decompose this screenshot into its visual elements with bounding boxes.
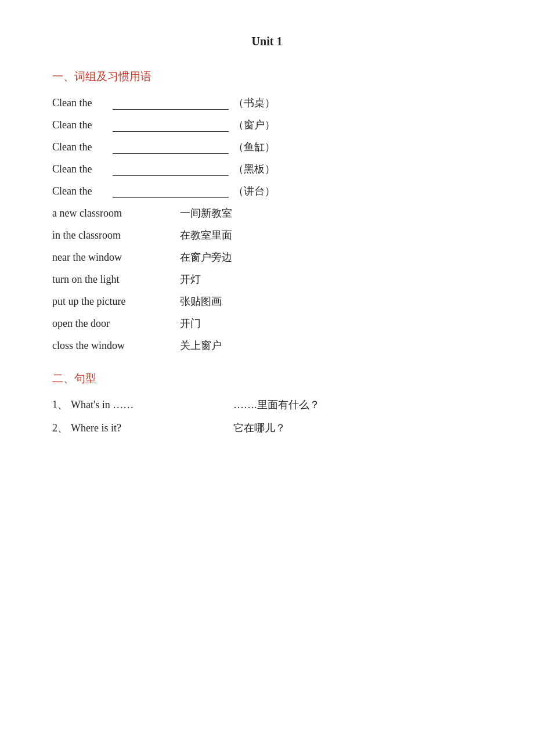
- phrase-item: in the classroom 在教室里面: [52, 228, 482, 242]
- sentence-cn: …….里面有什么？: [233, 398, 320, 412]
- sentence-spacer: [199, 399, 233, 411]
- section2-header: 二、句型: [52, 371, 482, 386]
- fill-hint: （鱼缸）: [233, 140, 275, 154]
- fill-item: Clean the （黑板）: [52, 162, 482, 176]
- sentence-items-container: 1、 What's in …… …….里面有什么？ 2、 Where is it…: [52, 398, 482, 435]
- fill-item: Clean the （书桌）: [52, 96, 482, 110]
- phrase-item: turn on the light 开灯: [52, 272, 482, 286]
- phrase-en: open the door: [52, 318, 180, 330]
- fill-hint: （窗户）: [233, 118, 275, 132]
- phrase-cn: 一间新教室: [180, 206, 232, 220]
- fill-hint: （书桌）: [233, 96, 275, 110]
- fill-hint: （黑板）: [233, 162, 275, 176]
- section1-header: 一、词组及习惯用语: [52, 69, 482, 84]
- sentence-num: 2、: [52, 421, 71, 435]
- fill-prefix: Clean the: [52, 119, 110, 131]
- phrase-item: a new classroom 一间新教室: [52, 206, 482, 220]
- fill-line-2: [113, 141, 229, 154]
- fill-prefix: Clean the: [52, 163, 110, 175]
- phrase-item: near the window 在窗户旁边: [52, 250, 482, 264]
- sentence-cn: 它在哪儿？: [233, 421, 286, 435]
- phrase-cn: 开灯: [180, 272, 201, 286]
- fill-prefix: Clean the: [52, 185, 110, 197]
- phrase-cn: 在窗户旁边: [180, 250, 232, 264]
- phrase-item: put up the picture 张贴图画: [52, 294, 482, 308]
- fill-item: Clean the （鱼缸）: [52, 140, 482, 154]
- fill-hint: （讲台）: [233, 184, 275, 198]
- sentence-en: Where is it?: [71, 422, 199, 434]
- sentence-num: 1、: [52, 398, 71, 412]
- phrase-en: near the window: [52, 251, 180, 264]
- fill-prefix: Clean the: [52, 97, 110, 109]
- sentence-en: What's in ……: [71, 399, 199, 411]
- phrase-cn: 张贴图画: [180, 294, 222, 308]
- phrase-items-container: a new classroom 一间新教室 in the classroom 在…: [52, 206, 482, 352]
- fill-line-0: [113, 97, 229, 110]
- page-title: Unit 1: [52, 35, 482, 48]
- phrase-item: closs the window 关上窗户: [52, 339, 482, 352]
- sentence-item: 2、 Where is it? 它在哪儿？: [52, 421, 482, 435]
- phrase-en: in the classroom: [52, 229, 180, 242]
- fill-item: Clean the （讲台）: [52, 184, 482, 198]
- phrase-cn: 关上窗户: [180, 339, 222, 352]
- fill-line-1: [113, 119, 229, 132]
- fill-prefix: Clean the: [52, 141, 110, 153]
- phrase-item: open the door 开门: [52, 316, 482, 330]
- fill-line-3: [113, 163, 229, 176]
- sentence-item: 1、 What's in …… …….里面有什么？: [52, 398, 482, 412]
- fill-line-4: [113, 185, 229, 198]
- phrase-en: a new classroom: [52, 207, 180, 219]
- fill-item: Clean the （窗户）: [52, 118, 482, 132]
- fill-items-container: Clean the （书桌） Clean the （窗户） Clean the …: [52, 96, 482, 198]
- phrase-en: turn on the light: [52, 273, 180, 286]
- phrase-cn: 开门: [180, 316, 201, 330]
- phrase-en: put up the picture: [52, 296, 180, 308]
- sentence-spacer: [199, 422, 233, 434]
- phrase-en: closs the window: [52, 340, 180, 352]
- phrase-cn: 在教室里面: [180, 228, 232, 242]
